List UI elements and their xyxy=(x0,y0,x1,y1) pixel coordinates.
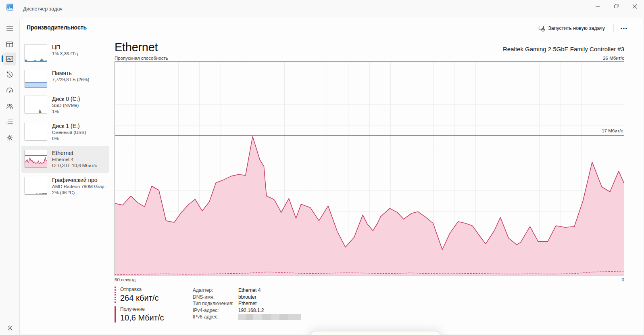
nav-users[interactable] xyxy=(3,100,16,113)
y-max-label: 26 Мбит/с xyxy=(603,56,624,61)
perf-item-title: Диск 0 (C:) xyxy=(52,96,80,103)
nav-services[interactable] xyxy=(3,131,16,144)
cap-line-label: 17 Мбит/с xyxy=(602,128,623,133)
header-divider xyxy=(613,24,614,32)
perf-item-subline: 1% xyxy=(52,109,80,115)
perf-item-title: Графический про xyxy=(52,177,104,184)
detail-value: Ethernet 4 xyxy=(238,287,301,293)
perf-item-subline: SSD (NVMe) xyxy=(52,103,80,109)
perf-item-subline: Ethernet 4 xyxy=(52,157,97,163)
perf-item-text: ЦП1% 3,36 ГГц xyxy=(52,44,78,62)
card-header: Производительность Запустить новую задач… xyxy=(20,18,644,38)
detail-value-redacted xyxy=(238,314,301,320)
settings-gear-icon xyxy=(6,324,14,332)
nav-app-history[interactable] xyxy=(3,68,16,81)
perf-item-subline: Сменный (USB) xyxy=(52,130,86,136)
minimize-button[interactable] xyxy=(588,0,607,13)
x-right-label: 0 xyxy=(622,277,624,282)
perf-item-subline: О: 0,3 П: 10,6 Мбит/с xyxy=(52,163,97,169)
perf-item-text: Графический проAMD Radeon 780M Grap2% (3… xyxy=(52,177,104,196)
detail-value: Ethernet xyxy=(238,301,301,306)
redacted-ipv6-bar xyxy=(238,314,301,320)
gpu-mini-chart xyxy=(25,177,47,195)
nav-performance[interactable] xyxy=(3,52,16,65)
speedometer-icon xyxy=(6,86,14,94)
window-controls xyxy=(588,0,644,13)
memory-mini-chart xyxy=(25,70,47,88)
perf-item-memory[interactable]: Память7,7/29,8 ГБ (26%) xyxy=(21,66,109,92)
send-value: 264 кбит/с xyxy=(120,293,174,303)
new-task-icon xyxy=(538,25,545,31)
page-title: Производительность xyxy=(27,24,87,31)
nav-startup-apps[interactable] xyxy=(3,84,16,97)
perf-item-title: ЦП xyxy=(52,44,78,51)
detail-value: bbrouter xyxy=(238,294,301,300)
receive-value: 10,6 Мбит/с xyxy=(120,313,174,322)
disk1-mini-chart xyxy=(25,123,47,140)
perf-item-gpu[interactable]: Графический проAMD Radeon 780M Grap2% (3… xyxy=(21,173,109,200)
history-icon xyxy=(6,71,14,79)
task-manager-icon xyxy=(6,4,13,10)
receive-stat: Получение 10,6 Мбит/с xyxy=(115,306,174,322)
services-gear-icon xyxy=(6,134,14,142)
main-card: Производительность Запустить новую задач… xyxy=(19,18,644,335)
nav-processes[interactable] xyxy=(3,38,16,51)
disk0-mini-chart xyxy=(25,96,47,113)
perf-item-disk1[interactable]: Диск 1 (E:)Сменный (USB)0% xyxy=(21,119,109,146)
titlebar: Диспетчер задач xyxy=(0,0,644,18)
settings-button[interactable] xyxy=(3,321,16,334)
nav-selected-pill xyxy=(2,55,3,62)
restore-button[interactable] xyxy=(607,0,625,13)
performance-icon xyxy=(6,55,14,63)
detail-label: Тип подключения: xyxy=(193,301,238,306)
perf-item-subline: 2% (36 °C) xyxy=(52,190,104,196)
adapter-name: Realtek Gaming 2.5GbE Family Controller … xyxy=(503,46,624,54)
list-icon xyxy=(6,118,14,126)
nav-details[interactable] xyxy=(3,115,16,128)
close-button[interactable] xyxy=(625,0,644,13)
detail-pane: Ethernet Realtek Gaming 2.5GbE Family Co… xyxy=(115,41,624,326)
perf-item-subline: 7,7/29,8 ГБ (26%) xyxy=(52,77,89,83)
perf-item-disk0[interactable]: Диск 0 (C:)SSD (NVMe)1% xyxy=(21,92,109,119)
perf-item-cpu[interactable]: ЦП1% 3,36 ГГц xyxy=(21,40,109,66)
receive-label: Получение xyxy=(120,306,174,312)
x-left-label: 60 секунд xyxy=(115,277,135,282)
perf-item-subline: 0% xyxy=(52,136,86,142)
detail-label: DNS-имя: xyxy=(193,294,238,300)
perf-item-title: Диск 1 (E:) xyxy=(52,123,86,130)
detail-label: Адаптер: xyxy=(193,287,238,293)
detail-label: IPv4-адрес: xyxy=(193,308,238,313)
detail-title: Ethernet xyxy=(115,41,158,54)
cpu-mini-chart xyxy=(25,44,47,62)
connection-details: Адаптер:Ethernet 4DNS-имя:bbrouterТип по… xyxy=(193,287,301,326)
perf-item-text: Диск 0 (C:)SSD (NVMe)1% xyxy=(52,96,80,115)
stats-section: Отправка 264 кбит/с Получение 10,6 Мбит/… xyxy=(115,287,624,326)
detail-value: 192.168.1.2 xyxy=(238,308,301,313)
throughput-label: Пропускная способность xyxy=(115,56,168,61)
processes-icon xyxy=(6,40,14,48)
throughput-chart: 17 Мбит/с xyxy=(115,61,624,276)
perf-item-title: Ethernet xyxy=(52,150,97,157)
menu-button[interactable] xyxy=(3,22,16,35)
more-options-button[interactable]: ••• xyxy=(616,23,632,34)
perf-item-ethernet[interactable]: EthernetEthernet 4О: 0,3 П: 10,6 Мбит/с xyxy=(21,146,109,173)
send-stat: Отправка 264 кбит/с xyxy=(115,287,174,303)
detail-label: IPv6-адрес: xyxy=(193,314,238,320)
perf-item-text: EthernetEthernet 4О: 0,3 П: 10,6 Мбит/с xyxy=(52,150,97,169)
users-icon xyxy=(6,102,14,110)
perf-item-text: Диск 1 (E:)Сменный (USB)0% xyxy=(52,123,86,142)
run-new-task-button[interactable]: Запустить новую задачу xyxy=(534,23,609,34)
perf-item-text: Память7,7/29,8 ГБ (26%) xyxy=(52,70,89,88)
perf-item-subline: 1% 3,36 ГГц xyxy=(52,51,78,57)
ethernet-mini-chart xyxy=(25,150,47,168)
run-new-task-label: Запустить новую задачу xyxy=(548,25,605,31)
nav-rail xyxy=(0,18,19,335)
hamburger-icon xyxy=(6,25,14,33)
send-label: Отправка xyxy=(120,287,174,292)
window-title: Диспетчер задач xyxy=(23,6,63,12)
tooltip-popup xyxy=(311,331,440,335)
chart-canvas xyxy=(115,61,624,276)
performance-list: ЦП1% 3,36 ГГцПамять7,7/29,8 ГБ (26%)Диск… xyxy=(21,40,109,200)
perf-item-title: Память xyxy=(52,70,89,77)
perf-item-subline: AMD Radeon 780M Grap xyxy=(52,184,104,190)
